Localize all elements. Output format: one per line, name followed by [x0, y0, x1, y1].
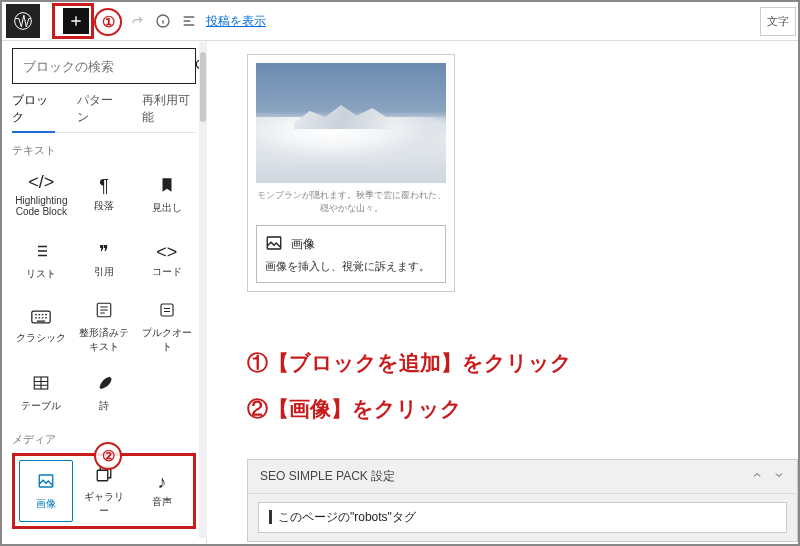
annotation-box-1 [52, 3, 94, 39]
block-heading[interactable]: 見出し [137, 164, 196, 226]
preview-description: 画像を挿入し、視覚に訴えます。 [265, 259, 437, 274]
block-classic[interactable]: クラシック [12, 296, 71, 358]
panel-scrollbar[interactable] [199, 42, 207, 538]
block-highlighting[interactable]: </>Highlighting Code Block [12, 164, 71, 226]
block-search[interactable] [12, 48, 196, 84]
block-verse[interactable]: 詩 [75, 362, 134, 424]
bookmark-icon [158, 176, 176, 197]
editor-canvas: モンブランが隠れます。秋季で雲に覆われた、穏やかな山々。 画像 画像を挿入し、視… [207, 40, 798, 544]
svg-rect-8 [97, 470, 108, 481]
block-table[interactable]: テーブル [12, 362, 71, 424]
block-pullquote[interactable]: プルクオート [137, 296, 196, 358]
tab-patterns[interactable]: パターン [77, 92, 120, 126]
block-list[interactable]: リスト [12, 230, 71, 292]
chevron-up-icon[interactable] [751, 469, 763, 484]
code-icon: </> [28, 173, 54, 191]
section-text-label: テキスト [12, 143, 196, 158]
block-preview-card: モンブランが隠れます。秋季で雲に覆われた、穏やかな山々。 画像 画像を挿入し、視… [247, 54, 455, 292]
chevrons-icon: <> [156, 243, 177, 261]
instruction-text: ①【ブロックを追加】をクリック ②【画像】をクリック [247, 340, 780, 432]
chevron-down-icon[interactable] [773, 469, 785, 484]
svg-rect-5 [161, 304, 173, 316]
annotation-circle-2: ② [94, 442, 122, 470]
block-paragraph[interactable]: ¶段落 [75, 164, 134, 226]
metabox-field-label: このページの"robots"タグ [258, 502, 787, 533]
keyboard-icon [31, 309, 51, 327]
preview-caption: モンブランが隠れます。秋季で雲に覆われた、穏やかな山々。 [256, 189, 446, 215]
redo-icon[interactable] [128, 13, 146, 29]
quote-icon: ❞ [99, 243, 109, 261]
preview-thumbnail [256, 63, 446, 183]
pullquote-icon [158, 301, 176, 322]
feather-icon [95, 374, 113, 395]
block-preformatted[interactable]: 整形済みテキスト [75, 296, 134, 358]
view-post-link[interactable]: 投稿を表示 [206, 13, 266, 30]
block-code[interactable]: <>コード [137, 230, 196, 292]
wordpress-logo[interactable] [6, 4, 40, 38]
image-icon [37, 472, 55, 493]
preformatted-icon [95, 301, 113, 322]
svg-rect-7 [39, 475, 53, 487]
table-icon [32, 374, 50, 395]
preview-meta: 画像 画像を挿入し、視覚に訴えます。 [256, 225, 446, 283]
instruction-line-2: ②【画像】をクリック [247, 386, 780, 432]
editor-frame: 投稿を表示 文字 ① ブロック パターン 再利用可能 テキスト </>Highl… [0, 0, 800, 546]
svg-rect-9 [267, 237, 281, 249]
image-icon [265, 234, 283, 255]
inserter-tabs: ブロック パターン 再利用可能 [12, 92, 196, 133]
info-icon[interactable] [154, 13, 172, 29]
tab-blocks[interactable]: ブロック [12, 92, 55, 133]
audio-icon: ♪ [158, 473, 167, 491]
seo-metabox: SEO SIMPLE PACK 設定 このページの"robots"タグ [247, 459, 798, 542]
block-image[interactable]: 画像 [19, 460, 73, 522]
char-panel-button[interactable]: 文字 [760, 7, 796, 36]
annotation-circle-1: ① [94, 8, 122, 36]
outline-icon[interactable] [180, 13, 198, 29]
block-quote[interactable]: ❞引用 [75, 230, 134, 292]
pilcrow-icon: ¶ [99, 177, 109, 195]
preview-title: 画像 [291, 236, 315, 253]
list-icon [32, 242, 50, 263]
add-block-button[interactable] [63, 8, 89, 34]
metabox-title: SEO SIMPLE PACK 設定 [260, 468, 395, 485]
block-audio[interactable]: ♪音声 [135, 460, 189, 522]
search-input[interactable] [21, 58, 193, 75]
text-blocks-grid: </>Highlighting Code Block ¶段落 見出し リスト ❞… [12, 164, 196, 424]
instruction-line-1: ①【ブロックを追加】をクリック [247, 340, 780, 386]
metabox-header[interactable]: SEO SIMPLE PACK 設定 [248, 460, 797, 494]
tab-reusable[interactable]: 再利用可能 [142, 92, 196, 126]
